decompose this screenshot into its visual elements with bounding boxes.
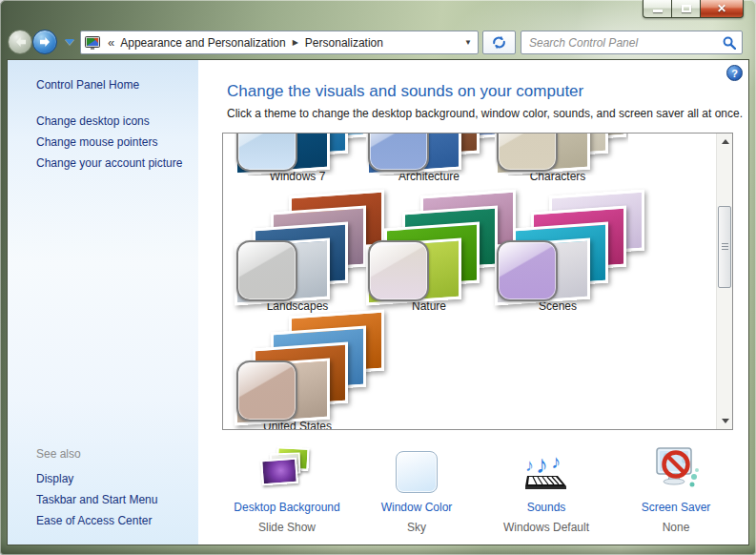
setting-link[interactable]: Screen Saver <box>642 501 711 514</box>
page-title: Change the visuals and sounds on your co… <box>227 82 583 101</box>
theme-item-united-states[interactable]: United States <box>235 313 368 430</box>
scrollbar[interactable] <box>716 134 732 429</box>
personalization-icon <box>85 36 100 50</box>
content-area: Control Panel Home Change desktop iconsC… <box>7 59 749 545</box>
settings-row: Desktop BackgroundSlide ShowWindow Color… <box>222 438 741 539</box>
theme-item-scenes[interactable]: Scenes <box>495 193 628 313</box>
scroll-down-icon <box>722 419 729 423</box>
setting-sounds: ♪♪♪SoundsWindows Default <box>481 438 611 539</box>
see-also-link-2[interactable]: Ease of Access Center <box>36 510 157 531</box>
theme-glass-icon <box>236 240 297 301</box>
maximize-button[interactable] <box>671 0 700 18</box>
recent-pages-dropdown[interactable] <box>65 39 74 45</box>
desktop-background-icon[interactable] <box>259 438 315 493</box>
close-icon: ✕ <box>717 3 726 14</box>
theme-thumbnail <box>235 134 368 175</box>
theme-item-landscapes[interactable]: Landscapes <box>235 193 368 313</box>
setting-value: Windows Default <box>503 521 589 534</box>
svg-text:♪: ♪ <box>525 456 534 475</box>
page-subtitle: Click a theme to change the desktop back… <box>227 107 743 120</box>
theme-thumbnail-clipped <box>366 134 500 175</box>
theme-item-architecture[interactable]: Architecture <box>366 134 500 183</box>
see-also-header: See also <box>36 447 81 461</box>
theme-thumbnail <box>495 193 647 305</box>
theme-thumbnail <box>235 193 387 305</box>
setting-window-color: Window ColorSky <box>352 438 481 539</box>
maximize-icon <box>682 5 691 12</box>
theme-item-nature[interactable]: Nature <box>366 193 500 313</box>
sidebar-task-list: Change desktop iconsChange mouse pointer… <box>36 111 182 174</box>
setting-value: None <box>663 521 690 534</box>
sounds-icon[interactable]: ♪♪♪ <box>522 438 570 493</box>
window-controls: ✕ <box>643 0 744 18</box>
sidebar-task-0[interactable]: Change desktop icons <box>36 111 182 132</box>
theme-thumbnail-clipped <box>235 134 368 175</box>
setting-link[interactable]: Desktop Background <box>234 501 339 514</box>
setting-value: Slide Show <box>258 521 316 534</box>
see-also-list: DisplayTaskbar and Start MenuEase of Acc… <box>36 468 157 531</box>
search-box <box>521 31 743 54</box>
address-dropdown-icon[interactable]: ▼ <box>460 38 476 47</box>
search-icon[interactable] <box>723 36 736 50</box>
scrollbar-grip-icon <box>722 243 728 251</box>
back-arrow-icon <box>14 36 27 48</box>
setting-screen-saver: Screen SaverNone <box>611 438 741 539</box>
breadcrumb-item-personalization[interactable]: Personalization <box>303 36 385 50</box>
sidebar: Control Panel Home Change desktop iconsC… <box>8 60 198 545</box>
see-also-link-0[interactable]: Display <box>36 468 157 489</box>
theme-thumbnail-clipped <box>495 134 628 175</box>
theme-thumbnail <box>366 134 500 175</box>
forward-button[interactable] <box>32 30 57 54</box>
theme-gallery: Windows 7ArchitectureCharactersLandscape… <box>222 133 733 430</box>
minimize-button[interactable] <box>643 0 671 18</box>
theme-glass-icon <box>497 134 558 172</box>
sidebar-item-control-panel-home[interactable]: Control Panel Home <box>36 78 139 92</box>
navigation-bar: « Appearance and Personalization ▶ Perso… <box>0 27 756 59</box>
scroll-up-button[interactable] <box>717 134 733 150</box>
see-also-link-1[interactable]: Taskbar and Start Menu <box>36 489 157 510</box>
theme-thumbnail <box>235 313 387 425</box>
theme-glass-icon <box>368 240 429 301</box>
sidebar-task-1[interactable]: Change mouse pointers <box>36 132 182 153</box>
personalization-window: ✕ « Appearance and Personalization ▶ Per… <box>0 0 756 555</box>
help-icon: ? <box>731 68 738 79</box>
theme-item-windows-7[interactable]: Windows 7 <box>235 134 368 183</box>
setting-link[interactable]: Sounds <box>527 501 566 514</box>
back-button[interactable] <box>8 30 32 54</box>
breadcrumb-item-appearance[interactable]: Appearance and Personalization <box>118 36 287 50</box>
scroll-down-button[interactable] <box>717 413 733 429</box>
theme-item-characters[interactable]: Characters <box>495 134 628 183</box>
help-button[interactable]: ? <box>726 65 743 81</box>
theme-glass-icon <box>236 360 297 421</box>
address-bar[interactable]: « Appearance and Personalization ▶ Perso… <box>80 31 479 54</box>
scroll-up-icon <box>722 139 729 144</box>
setting-value: Sky <box>407 521 426 534</box>
refresh-button[interactable] <box>482 31 516 54</box>
photo-front <box>260 458 298 486</box>
setting-desktop-background: Desktop BackgroundSlide Show <box>222 438 352 539</box>
refresh-icon <box>491 35 507 50</box>
svg-text:♪: ♪ <box>551 451 561 472</box>
breadcrumb-overflow-chevron[interactable]: « <box>108 35 114 50</box>
breadcrumb-separator-icon: ▶ <box>293 38 298 47</box>
window-color-icon[interactable] <box>396 438 438 493</box>
setting-link[interactable]: Window Color <box>381 501 453 514</box>
minimize-icon <box>653 10 663 12</box>
theme-glass-icon <box>236 134 297 172</box>
forward-arrow-icon <box>39 36 51 48</box>
svg-text:♪: ♪ <box>536 450 548 479</box>
search-input[interactable] <box>527 35 723 51</box>
scrollbar-thumb[interactable] <box>718 206 731 288</box>
theme-glass-icon <box>368 134 429 172</box>
theme-thumbnail <box>495 134 628 175</box>
theme-glass-icon <box>497 240 558 301</box>
sidebar-task-2[interactable]: Change your account picture <box>36 153 182 174</box>
close-button[interactable]: ✕ <box>700 0 744 18</box>
screen-saver-icon[interactable] <box>651 438 701 493</box>
